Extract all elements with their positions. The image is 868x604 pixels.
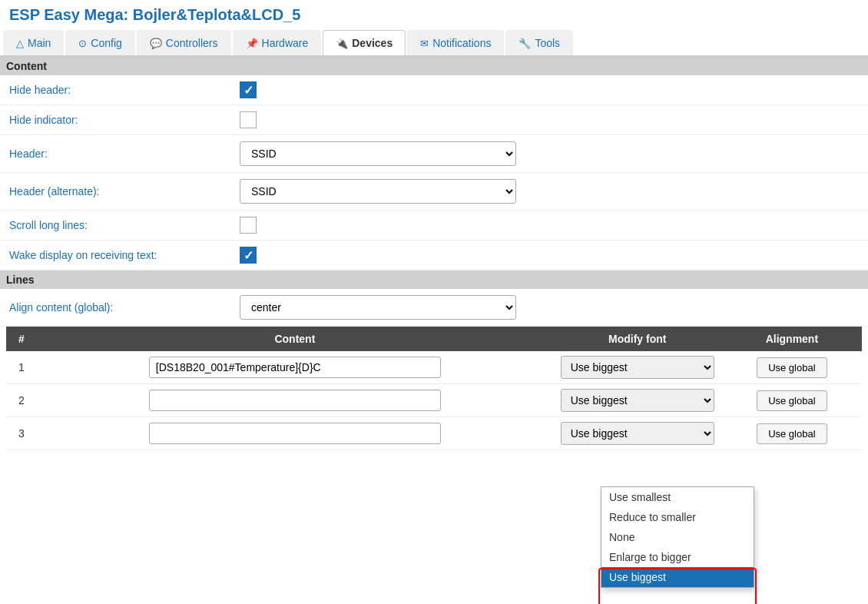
align-content-control: left center right (240, 295, 859, 320)
tab-devices-label: Devices (352, 37, 393, 49)
line-content-input-3[interactable] (149, 423, 441, 444)
line-modify-font-select-1[interactable]: Use smallest Reduce to smaller None Enla… (561, 356, 714, 379)
scroll-long-lines-label: Scroll long lines: (9, 219, 240, 231)
tools-icon: 🔧 (518, 38, 531, 49)
table-row: 3 Use smallest Reduce to smaller None En… (6, 417, 862, 450)
wake-display-checkbox[interactable] (240, 247, 257, 264)
devices-icon: 🔌 (336, 38, 348, 49)
col-header-content: Content (37, 327, 553, 351)
controllers-icon: 💬 (150, 38, 162, 49)
line-content-input-2[interactable] (149, 390, 441, 411)
dropdown-option-enlarge-to-bigger[interactable]: Enlarge to bigger (601, 547, 754, 567)
line-modify-font-select-2[interactable]: Use smallest Reduce to smaller None Enla… (561, 389, 714, 412)
tab-devices[interactable]: 🔌 Devices (323, 30, 406, 55)
scroll-long-lines-control (240, 217, 859, 234)
hide-indicator-row: Hide indicator: (0, 105, 868, 135)
hide-indicator-label: Hide indicator: (9, 114, 240, 126)
line-alignment-btn-1[interactable]: Use global (757, 357, 827, 378)
header-select[interactable]: SSID IP Hostname MAC Build (240, 141, 516, 166)
line-alignment-cell-3: Use global (722, 417, 862, 450)
tab-main-label: Main (28, 37, 51, 49)
hide-header-checkbox[interactable] (240, 81, 257, 98)
wake-display-control (240, 247, 859, 264)
app-title: ESP Easy Mega: Bojler&Teplota&LCD_5 (9, 6, 300, 23)
header-control: SSID IP Hostname MAC Build (240, 141, 859, 166)
hardware-icon: 📌 (246, 38, 258, 49)
line-modify-font-select-3[interactable]: Use smallest Reduce to smaller None Enla… (561, 422, 714, 445)
line-content-cell-3 (37, 417, 553, 450)
hide-header-row: Hide header: (0, 75, 868, 105)
dropdown-option-reduce-to-smaller[interactable]: Reduce to smaller (601, 507, 754, 527)
line-alignment-cell-2: Use global (722, 384, 862, 417)
line-content-cell-2 (37, 384, 553, 417)
tab-main[interactable]: △ Main (3, 30, 64, 55)
content-area: Content Hide header: Hide indicator: Hea… (0, 57, 868, 456)
config-icon: ⊙ (78, 38, 87, 49)
table-row: 2 Use smallest Reduce to smaller None En… (6, 384, 862, 417)
content-section-header: Content (0, 57, 868, 75)
line-modify-font-cell-2: Use smallest Reduce to smaller None Enla… (553, 384, 722, 417)
wake-display-label: Wake display on receiving text: (9, 249, 240, 261)
tab-notifications[interactable]: ✉ Notifications (407, 30, 504, 55)
line-alignment-cell-1: Use global (722, 351, 862, 384)
scroll-long-lines-checkbox[interactable] (240, 217, 257, 234)
line-num-3: 3 (6, 417, 37, 450)
dropdown-option-use-biggest[interactable]: Use biggest (601, 567, 754, 587)
align-content-select[interactable]: left center right (240, 295, 516, 320)
hide-header-label: Hide header: (9, 84, 240, 96)
nav-tabs: △ Main ⊙ Config 💬 Controllers 📌 Hardware… (0, 30, 868, 57)
line-num-2: 2 (6, 384, 37, 417)
col-header-modify-font: Modify font (553, 327, 722, 351)
tab-tools-label: Tools (535, 37, 560, 49)
line-num-1: 1 (6, 351, 37, 384)
header-label: Header: (9, 148, 240, 160)
tab-tools[interactable]: 🔧 Tools (505, 30, 573, 55)
wake-display-row: Wake display on receiving text: (0, 241, 868, 270)
tab-config[interactable]: ⊙ Config (65, 30, 134, 55)
align-content-row: Align content (global): left center righ… (0, 289, 868, 327)
tab-controllers[interactable]: 💬 Controllers (137, 30, 231, 55)
header-alternate-row: Header (alternate): SSID IP Hostname MAC… (0, 173, 868, 211)
header-row: Header: SSID IP Hostname MAC Build (0, 135, 868, 173)
table-row: 1 Use smallest Reduce to smaller None En… (6, 351, 862, 384)
dropdown-option-none[interactable]: None (601, 527, 754, 547)
scroll-long-lines-row: Scroll long lines: (0, 211, 868, 241)
col-header-alignment: Alignment (722, 327, 862, 351)
col-header-num: # (6, 327, 37, 351)
tab-controllers-label: Controllers (166, 37, 218, 49)
tab-hardware[interactable]: 📌 Hardware (233, 30, 322, 55)
lines-table-container: # Content Modify font Alignment 1 Use sm… (0, 327, 868, 456)
notifications-icon: ✉ (420, 38, 429, 49)
lines-section-header: Lines (0, 270, 868, 289)
app-header: ESP Easy Mega: Bojler&Teplota&LCD_5 (0, 0, 868, 27)
hide-indicator-control (240, 111, 859, 128)
dropdown-option-use-smallest[interactable]: Use smallest (601, 487, 754, 507)
line-content-input-1[interactable] (149, 357, 441, 378)
line-modify-font-cell-1: Use smallest Reduce to smaller None Enla… (553, 351, 722, 384)
hide-indicator-checkbox[interactable] (240, 111, 257, 128)
tab-config-label: Config (91, 37, 121, 49)
header-alternate-control: SSID IP Hostname MAC Build (240, 179, 859, 204)
main-icon: △ (16, 38, 24, 49)
line-content-cell-1 (37, 351, 553, 384)
tab-hardware-label: Hardware (262, 37, 309, 49)
line-modify-font-cell-3: Use smallest Reduce to smaller None Enla… (553, 417, 722, 450)
line-alignment-btn-3[interactable]: Use global (757, 423, 827, 444)
line-alignment-btn-2[interactable]: Use global (757, 390, 827, 411)
align-content-label: Align content (global): (9, 301, 240, 314)
hide-header-control (240, 81, 859, 98)
tab-notifications-label: Notifications (432, 37, 491, 49)
lines-table: # Content Modify font Alignment 1 Use sm… (6, 327, 862, 450)
modify-font-dropdown-overlay: Use smallest Reduce to smaller None Enla… (601, 486, 754, 588)
header-alternate-select[interactable]: SSID IP Hostname MAC Build (240, 179, 516, 204)
header-alternate-label: Header (alternate): (9, 185, 240, 197)
